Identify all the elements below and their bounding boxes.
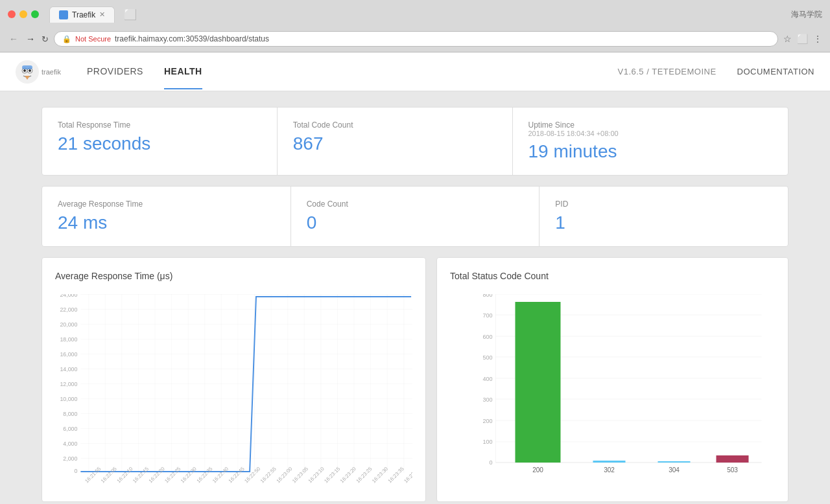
avg-response-time-cell: Average Response Time 24 ms bbox=[42, 187, 291, 246]
svg-text:4,000: 4,000 bbox=[63, 441, 77, 447]
svg-text:200: 200 bbox=[482, 418, 492, 424]
bar-chart-container: 800 700 600 500 400 300 200 100 0 200 30… bbox=[450, 294, 775, 488]
forward-button[interactable]: → bbox=[25, 34, 36, 44]
svg-text:700: 700 bbox=[482, 312, 492, 319]
pid-cell: PID 1 bbox=[540, 187, 788, 246]
logo-text: traefik bbox=[42, 68, 61, 76]
svg-text:300: 300 bbox=[482, 396, 492, 403]
maximize-button[interactable] bbox=[31, 10, 39, 18]
back-button[interactable]: ← bbox=[8, 34, 19, 44]
new-tab-button[interactable]: ⬜ bbox=[124, 8, 137, 21]
bar-503 bbox=[717, 455, 749, 463]
url-text: traefik.haimaxy.com:30539/dashboard/stat… bbox=[115, 34, 269, 43]
code-count-label: Code Count bbox=[307, 200, 524, 209]
url-field[interactable]: 🔒 Not Secure traefik.haimaxy.com:30539/d… bbox=[54, 31, 778, 47]
svg-text:20,000: 20,000 bbox=[60, 321, 77, 328]
tab-bar: Traefik ✕ ⬜ bbox=[49, 5, 786, 23]
address-bar: ← → ↻ 🔒 Not Secure traefik.haimaxy.com:3… bbox=[0, 29, 830, 52]
uptime-cell: Uptime Since 2018-08-15 18:04:34 +08:00 … bbox=[513, 108, 788, 175]
version-label: V1.6.5 / TETEDEMOINE bbox=[618, 67, 717, 76]
charts-row: Average Response Time (μs) 24,000 22,000… bbox=[42, 257, 788, 502]
svg-text:302: 302 bbox=[604, 466, 615, 474]
url-prefix: Not Secure bbox=[75, 35, 111, 43]
total-code-count-value: 867 bbox=[293, 133, 497, 154]
svg-text:16,000: 16,000 bbox=[60, 351, 77, 358]
avg-response-time-label: Average Response Time bbox=[58, 200, 275, 209]
svg-rect-7 bbox=[80, 294, 412, 473]
bar-chart-card: Total Status Code Count 800 bbox=[436, 257, 788, 502]
svg-text:600: 600 bbox=[482, 334, 492, 340]
svg-text:10,000: 10,000 bbox=[60, 396, 77, 402]
svg-text:24,000: 24,000 bbox=[60, 294, 77, 298]
svg-text:12,000: 12,000 bbox=[60, 381, 77, 387]
svg-text:100: 100 bbox=[482, 439, 492, 445]
svg-text:0: 0 bbox=[490, 459, 493, 466]
svg-point-3 bbox=[23, 69, 26, 72]
nav-health[interactable]: HEALTH bbox=[164, 54, 202, 89]
bar-200 bbox=[516, 302, 561, 463]
traffic-lights bbox=[8, 10, 39, 18]
code-count-value: 0 bbox=[307, 212, 524, 233]
svg-text:304: 304 bbox=[669, 466, 680, 474]
svg-text:800: 800 bbox=[482, 294, 492, 298]
stats-row-1: Total Response Time 21 seconds Total Cod… bbox=[42, 107, 788, 176]
line-chart-card: Average Response Time (μs) 24,000 22,000… bbox=[42, 257, 426, 502]
extensions-button[interactable]: ⬜ bbox=[797, 34, 808, 44]
uptime-since-date: 2018-08-15 18:04:34 +08:00 bbox=[528, 130, 773, 137]
nav-providers[interactable]: PROVIDERS bbox=[87, 54, 143, 89]
window-top-right-label: 海马学院 bbox=[791, 9, 822, 20]
svg-text:18,000: 18,000 bbox=[60, 336, 77, 343]
bar-304 bbox=[658, 461, 691, 463]
lock-icon: 🔒 bbox=[62, 35, 71, 43]
active-tab[interactable]: Traefik ✕ bbox=[49, 6, 115, 23]
avg-response-time-value: 24 ms bbox=[58, 212, 275, 233]
tab-favicon bbox=[59, 10, 68, 19]
stats-row-2: Average Response Time 24 ms Code Count 0… bbox=[42, 186, 788, 247]
svg-text:6,000: 6,000 bbox=[63, 426, 77, 432]
logo-area: traefik bbox=[16, 60, 61, 84]
bar-chart-title: Total Status Code Count bbox=[450, 271, 775, 281]
total-response-time-label: Total Response Time bbox=[58, 120, 261, 130]
menu-button[interactable]: ⋮ bbox=[813, 34, 822, 44]
svg-text:2,000: 2,000 bbox=[63, 455, 77, 462]
line-chart-container: 24,000 22,000 20,000 18,000 16,000 14,00… bbox=[55, 294, 412, 488]
tab-close-button[interactable]: ✕ bbox=[99, 10, 105, 19]
total-code-count-cell: Total Code Count 867 bbox=[278, 108, 513, 175]
traefik-logo bbox=[16, 60, 39, 84]
svg-text:8,000: 8,000 bbox=[63, 411, 77, 417]
bookmark-button[interactable]: ☆ bbox=[783, 34, 792, 44]
pid-label: PID bbox=[555, 200, 772, 209]
svg-text:22,000: 22,000 bbox=[60, 306, 77, 313]
main-content: Total Response Time 21 seconds Total Cod… bbox=[0, 91, 830, 504]
line-chart-svg: 24,000 22,000 20,000 18,000 16,000 14,00… bbox=[55, 294, 412, 488]
uptime-value: 19 minutes bbox=[528, 141, 773, 162]
minimize-button[interactable] bbox=[19, 10, 27, 18]
svg-rect-5 bbox=[22, 65, 32, 69]
header-right: V1.6.5 / TETEDEMOINE DOCUMENTATION bbox=[618, 67, 815, 76]
uptime-labels: Uptime Since 2018-08-15 18:04:34 +08:00 bbox=[528, 120, 773, 137]
line-chart-title: Average Response Time (μs) bbox=[55, 271, 412, 281]
total-response-time-cell: Total Response Time 21 seconds bbox=[42, 108, 278, 175]
svg-point-4 bbox=[29, 69, 31, 72]
svg-text:14,000: 14,000 bbox=[60, 366, 77, 372]
bar-302 bbox=[593, 461, 626, 463]
total-code-count-label: Total Code Count bbox=[293, 120, 497, 130]
pid-value: 1 bbox=[555, 212, 772, 233]
tab-title: Traefik bbox=[72, 10, 95, 19]
uptime-since-label: Uptime Since bbox=[528, 120, 773, 130]
svg-text:0: 0 bbox=[75, 468, 78, 474]
app-header: traefik PROVIDERS HEALTH V1.6.5 / TETEDE… bbox=[0, 52, 830, 91]
code-count-cell: Code Count 0 bbox=[291, 187, 540, 246]
bar-chart-svg: 800 700 600 500 400 300 200 100 0 200 30… bbox=[450, 294, 775, 488]
refresh-button[interactable]: ↻ bbox=[42, 34, 49, 44]
close-button[interactable] bbox=[8, 10, 16, 18]
svg-text:503: 503 bbox=[727, 466, 738, 474]
docs-link[interactable]: DOCUMENTATION bbox=[737, 67, 814, 76]
svg-text:500: 500 bbox=[482, 354, 492, 361]
total-response-time-value: 21 seconds bbox=[58, 133, 261, 154]
main-nav: PROVIDERS HEALTH bbox=[87, 54, 202, 89]
svg-text:200: 200 bbox=[532, 466, 543, 474]
svg-text:400: 400 bbox=[482, 376, 492, 382]
